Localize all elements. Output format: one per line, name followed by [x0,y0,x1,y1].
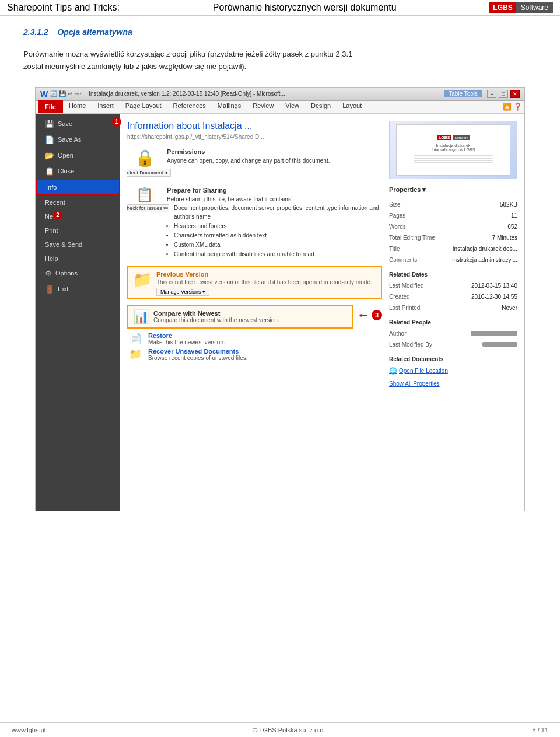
ribbon-tabs: File Home Insert Page Layout References … [38,100,368,113]
recover-title[interactable]: Recover Unsaved Documents [148,348,248,355]
save-as-icon: 📄 [45,135,54,144]
prop-title: Title Instalacja drukarek dos... [389,246,517,252]
compare-text: Compare this document with the newest ve… [153,317,279,323]
tab-home[interactable]: Home [63,100,92,113]
compare-text-area: Compare with Newest Compare this documen… [153,310,279,323]
menu-save-as-label: Save As [58,136,81,143]
menu-info[interactable]: Info [36,179,120,195]
close-btn[interactable]: ✕ [510,90,520,98]
prev-version-text: This is not the newest version of this f… [156,279,376,285]
menu-save-as[interactable]: 📄 Save As [36,132,120,148]
menu-info-label: Info [46,184,57,191]
menu-help[interactable]: Help [36,252,120,266]
menu-save-send-label: Save & Send [45,241,82,248]
menu-new-label: New [45,213,58,220]
tab-mailings[interactable]: Mailings [212,100,247,113]
redacted-author [471,331,517,336]
open-file-label: Open File Location [399,368,448,374]
tab-design[interactable]: Design [305,100,337,113]
permissions-title: Permissions [167,148,330,155]
menu-close[interactable]: 📋 Close [36,163,120,179]
main-content: 2.3.1.2 Opcja alternatywna Porównanie mo… [0,16,560,523]
prop-created: Created 2010-12-30 14:55 [389,294,517,300]
menu-save-label: Save [58,120,72,127]
footer-left: www.lgbs.pl [12,726,46,733]
file-sidebar: 💾 Save 1 📄 Save As 📂 Open [36,114,120,511]
related-dates-title: Related Dates [389,271,517,278]
tab-review[interactable]: Review [247,100,279,113]
prepare-text-area: Prepare for Sharing Before sharing this … [167,187,382,259]
props-header[interactable]: Properties ▾ [389,186,517,195]
menu-open[interactable]: 📂 Open [36,148,120,163]
thumb-lines [414,155,493,165]
tab-references[interactable]: References [167,100,212,113]
restore-btn[interactable]: □ [499,90,508,98]
prop-author-value [447,330,517,337]
protect-btn-label[interactable]: Protect Document ▾ [127,169,171,177]
previous-version-box: 📁 Previous Version This is not the newes… [127,266,382,299]
bullet-1: Document properties, document server pro… [174,204,382,221]
menu-recent-label: Recent [45,199,65,206]
menu-save-send[interactable]: Save & Send [36,237,120,252]
bullet-2: Headers and footers [174,222,382,230]
prev-version-title: Previous Version [156,271,376,278]
manage-versions-btn[interactable]: Manage Versions ▾ [156,288,209,296]
arrow-left-icon: ← [357,308,370,323]
prop-editing-label: Total Editing Time [389,235,447,241]
compare-icon: 📊 [133,309,149,324]
menu-exit-label: Exit [58,285,68,292]
open-file-location-link[interactable]: 🌐 Open File Location [389,367,517,375]
logo-area: LGBS Software [489,2,553,13]
redacted-modifier [482,342,517,347]
restore-title[interactable]: Restore [148,332,225,339]
info-right: LGBS Software Instalacja drukarekfotogra… [389,121,517,504]
tab-file[interactable]: File [38,100,63,113]
prop-words-value: 652 [447,223,517,230]
menu-close-label: Close [58,167,74,174]
ribbon: File Home Insert Page Layout References … [36,101,524,114]
minimize-btn[interactable]: − [487,90,496,98]
prepare-bullets: Document properties, document server pro… [167,204,382,259]
prev-text-area: Previous Version This is not the newest … [156,271,376,295]
recover-row: 📁 Recover Unsaved Documents Browse recen… [127,348,382,361]
info-url: https://sharepoint.lgbs.pl/_vti_history/… [127,134,382,140]
prop-created-value: 2010-12-30 14:55 [447,294,517,300]
header-left: Sharepoint Tips and Tricks: [7,2,120,13]
thumb-lgbs-logo: LGBS [437,135,452,140]
prop-last-mod-by-label: Last Modified By [389,341,447,348]
check-btn-label[interactable]: Check for Issues ▾ [127,204,169,212]
check-issues-btn: 📋 Check for Issues ▾ [127,187,162,212]
thumb-line-1 [414,155,493,156]
prop-last-mod-by: Last Modified By [389,341,517,348]
app-body: 💾 Save 1 📄 Save As 📂 Open [36,114,524,511]
open-icon: 📂 [45,151,54,160]
menu-save[interactable]: 💾 Save [36,116,120,132]
permissions-row: 🔒 Protect Document ▾ Permissions Anyone … [127,148,382,177]
prop-pages-value: 11 [447,212,517,219]
menu-exit[interactable]: 🚪 Exit [36,281,120,297]
prop-size-value: 582KB [447,201,517,208]
menu-recent[interactable]: Recent [36,195,120,209]
tab-view[interactable]: View [279,100,305,113]
lgbs-logo: LGBS [489,2,516,13]
prop-last-printed-label: Last Printed [389,305,447,311]
permissions-text-area: Permissions Anyone can open, copy, and c… [167,148,330,165]
show-all-properties-link[interactable]: Show All Properties [389,380,517,387]
compare-box: 📊 Compare with Newest Compare this docum… [127,305,354,329]
menu-options[interactable]: ⚙ Options [36,266,120,281]
tab-page-layout[interactable]: Page Layout [120,100,167,113]
body-line1: Porównanie można wyświetlić korzystając … [23,50,352,58]
word-title: Instalacja drukarek, version 1.2: 2012-0… [89,90,444,97]
body-text: Porównanie można wyświetlić korzystając … [23,48,537,73]
compare-title[interactable]: Compare with Newest [153,310,279,317]
menu-new[interactable]: New [36,209,120,223]
tab-insert[interactable]: Insert [92,100,120,113]
prepare-row: 📋 Check for Issues ▾ Prepare for Sharing… [127,187,382,259]
page-footer: www.lgbs.pl © LGBS Polska sp. z o.o. 5 /… [0,722,560,737]
permissions-section: 🔒 Protect Document ▾ Permissions Anyone … [127,148,382,177]
prev-icon: 📁 [133,271,152,289]
menu-print[interactable]: Print [36,223,120,237]
footer-right: 5 / 11 [532,726,548,733]
divider-1 [127,184,382,184]
tab-layout[interactable]: Layout [337,100,368,113]
